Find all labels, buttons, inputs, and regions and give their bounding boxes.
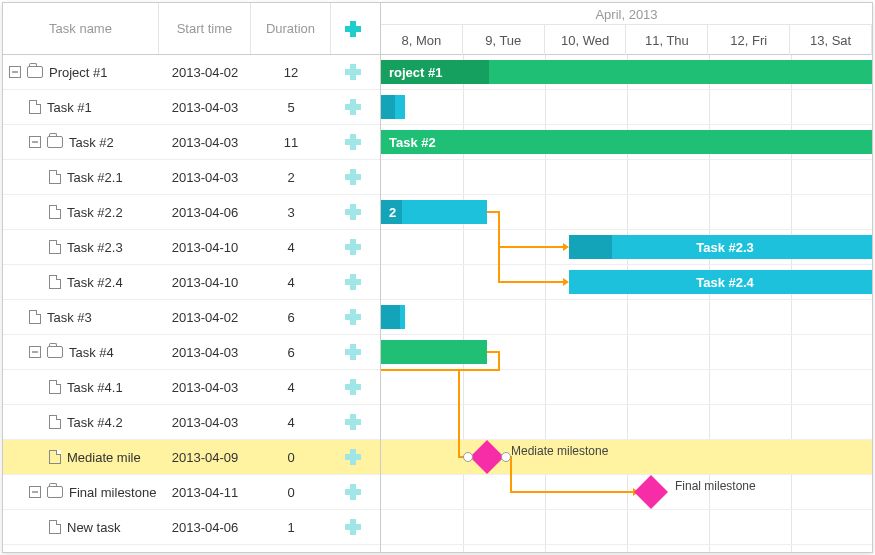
task-bar[interactable] xyxy=(381,305,405,329)
task-bar[interactable]: Task #2.3 xyxy=(569,235,872,259)
timeline-panel: April, 2013 8, Mon9, Tue10, Wed11, Thu12… xyxy=(381,3,872,552)
task-label: Task #2.3 xyxy=(67,240,123,255)
file-icon xyxy=(49,275,61,289)
day-cell: 8, Mon xyxy=(381,25,463,55)
grid-body: Project #12013-04-0212Task #12013-04-035… xyxy=(3,55,380,552)
collapse-icon[interactable] xyxy=(29,346,41,358)
add-button[interactable] xyxy=(331,134,375,150)
timeline-row[interactable] xyxy=(381,475,872,510)
table-row[interactable]: Task #4.12013-04-034 xyxy=(3,370,380,405)
task-bar[interactable] xyxy=(381,340,487,364)
file-icon xyxy=(49,450,61,464)
add-button[interactable] xyxy=(331,99,375,115)
task-bar[interactable]: Task #2.4 xyxy=(569,270,872,294)
table-row[interactable]: Task #2.22013-04-063 xyxy=(3,195,380,230)
milestone-label: Mediate milestone xyxy=(511,444,608,458)
add-button[interactable] xyxy=(331,414,375,430)
plus-icon xyxy=(345,64,361,80)
day-cell: 9, Tue xyxy=(463,25,545,55)
timeline-row[interactable] xyxy=(381,370,872,405)
plus-icon xyxy=(345,204,361,220)
file-icon xyxy=(29,100,41,114)
col-header-duration[interactable]: Duration xyxy=(251,3,331,54)
task-bar[interactable]: 2 xyxy=(381,200,487,224)
add-button[interactable] xyxy=(331,64,375,80)
day-cell: 13, Sat xyxy=(790,25,872,55)
task-label: Task #4 xyxy=(69,345,114,360)
task-bar[interactable]: roject #1 xyxy=(381,60,872,84)
plus-icon xyxy=(345,99,361,115)
link-handle[interactable] xyxy=(501,452,511,462)
table-row[interactable]: Task #2.12013-04-032 xyxy=(3,160,380,195)
timeline-month: April, 2013 xyxy=(381,3,872,25)
timeline-body[interactable]: roject #1Task #22Task #2.3Task #2.4Media… xyxy=(381,55,872,552)
day-cell: 11, Thu xyxy=(626,25,708,55)
folder-icon xyxy=(47,136,63,148)
timeline-row[interactable] xyxy=(381,510,872,545)
timeline-row[interactable] xyxy=(381,300,872,335)
table-row[interactable]: New task2013-04-061 xyxy=(3,510,380,545)
duration-cell: 6 xyxy=(251,345,331,360)
task-label: New task xyxy=(67,520,120,535)
start-cell: 2013-04-09 xyxy=(159,450,251,465)
timeline-row[interactable] xyxy=(381,405,872,440)
task-label: Task #2.2 xyxy=(67,205,123,220)
duration-cell: 4 xyxy=(251,275,331,290)
table-row[interactable]: Task #4.22013-04-034 xyxy=(3,405,380,440)
folder-icon xyxy=(27,66,43,78)
task-bar[interactable] xyxy=(381,95,405,119)
add-button[interactable] xyxy=(331,519,375,535)
task-label: Task #1 xyxy=(47,100,92,115)
file-icon xyxy=(49,205,61,219)
table-row[interactable]: Task #2.32013-04-104 xyxy=(3,230,380,265)
plus-icon xyxy=(345,414,361,430)
collapse-icon[interactable] xyxy=(9,66,21,78)
add-button[interactable] xyxy=(331,379,375,395)
table-row[interactable]: Task #12013-04-035 xyxy=(3,90,380,125)
bar-label: 2 xyxy=(389,205,396,220)
col-header-start[interactable]: Start time xyxy=(159,3,251,54)
add-button[interactable] xyxy=(331,239,375,255)
add-button[interactable] xyxy=(331,169,375,185)
duration-cell: 4 xyxy=(251,380,331,395)
file-icon xyxy=(49,415,61,429)
table-row[interactable]: Task #22013-04-0311 xyxy=(3,125,380,160)
collapse-icon[interactable] xyxy=(29,486,41,498)
add-button[interactable] xyxy=(331,204,375,220)
add-button[interactable] xyxy=(331,309,375,325)
col-header-task[interactable]: Task name xyxy=(3,3,159,54)
milestone-label: Final milestone xyxy=(675,479,756,493)
day-cell: 10, Wed xyxy=(545,25,627,55)
file-icon xyxy=(49,240,61,254)
timeline-row[interactable] xyxy=(381,160,872,195)
table-row[interactable]: Task #42013-04-036 xyxy=(3,335,380,370)
table-row[interactable]: Task #32013-04-026 xyxy=(3,300,380,335)
task-bar[interactable]: Task #2 xyxy=(381,130,872,154)
task-label: Final milestone xyxy=(69,485,156,500)
table-row[interactable]: Project #12013-04-0212 xyxy=(3,55,380,90)
plus-icon xyxy=(345,484,361,500)
collapse-icon[interactable] xyxy=(29,136,41,148)
duration-cell: 6 xyxy=(251,310,331,325)
start-cell: 2013-04-11 xyxy=(159,485,251,500)
duration-cell: 4 xyxy=(251,415,331,430)
timeline-row[interactable] xyxy=(381,440,872,475)
table-row[interactable]: Task #2.42013-04-104 xyxy=(3,265,380,300)
table-row[interactable]: Final milestone2013-04-110 xyxy=(3,475,380,510)
link-handle[interactable] xyxy=(463,452,473,462)
task-label: Project #1 xyxy=(49,65,108,80)
add-button[interactable] xyxy=(331,484,375,500)
add-button[interactable] xyxy=(331,449,375,465)
add-button[interactable] xyxy=(331,274,375,290)
start-cell: 2013-04-03 xyxy=(159,345,251,360)
grid-header: Task name Start time Duration xyxy=(3,3,380,55)
duration-cell: 0 xyxy=(251,450,331,465)
timeline-row[interactable] xyxy=(381,90,872,125)
table-row[interactable]: Mediate mile2013-04-090 xyxy=(3,440,380,475)
plus-icon xyxy=(345,274,361,290)
plus-icon xyxy=(345,134,361,150)
folder-icon xyxy=(47,486,63,498)
task-label: Task #4.1 xyxy=(67,380,123,395)
add-button[interactable] xyxy=(331,344,375,360)
col-header-add[interactable] xyxy=(331,3,375,54)
